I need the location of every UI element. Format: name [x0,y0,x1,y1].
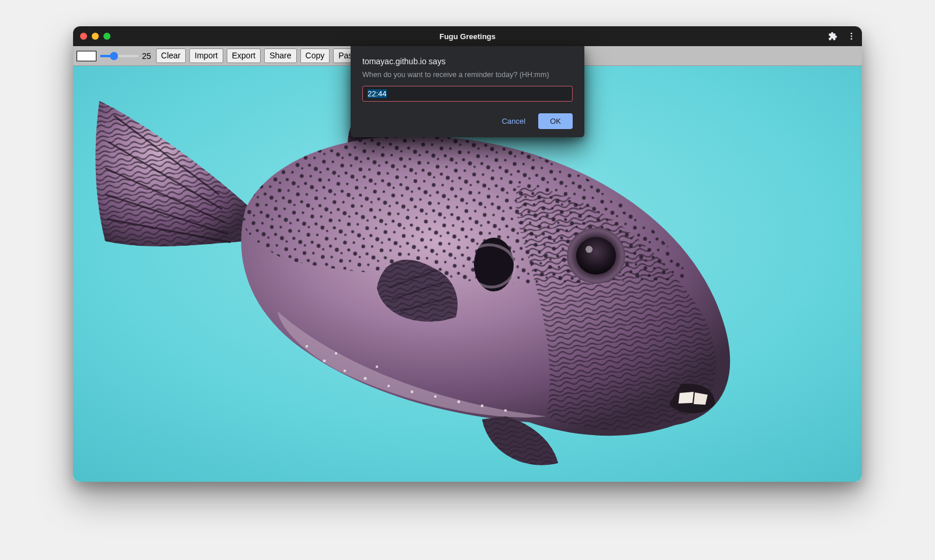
close-window-button[interactable] [80,33,87,40]
clear-button[interactable]: Clear [156,48,186,62]
svg-point-18 [363,377,366,380]
svg-point-24 [504,409,507,412]
export-button[interactable]: Export [227,48,261,62]
svg-point-26 [335,352,337,354]
svg-point-0 [851,33,853,34]
window-title: Fugu Greetings [439,32,496,41]
svg-point-19 [387,385,390,387]
color-picker-swatch[interactable] [77,51,96,61]
svg-point-2 [851,38,853,40]
title-bar: Fugu Greetings [73,26,862,46]
minimize-window-button[interactable] [92,33,99,40]
title-bar-right [828,32,856,41]
prompt-ok-button[interactable]: OK [538,113,573,129]
prompt-cancel-button[interactable]: Cancel [497,113,530,129]
svg-point-22 [458,401,460,404]
svg-point-16 [323,360,326,363]
prompt-message: When do you want to receive a reminder t… [362,71,573,79]
svg-point-27 [376,366,378,368]
brush-size-value: 25 [142,51,153,61]
extensions-icon[interactable] [828,32,837,41]
brush-size-control: 25 [100,51,153,61]
svg-point-29 [576,237,616,274]
traffic-lights [80,33,110,40]
svg-point-17 [344,370,347,373]
import-button[interactable]: Import [189,48,223,62]
kebab-menu-icon[interactable] [847,32,856,41]
svg-point-23 [481,405,484,408]
prompt-actions: Cancel OK [362,113,573,129]
share-button[interactable]: Share [264,48,296,62]
brush-size-slider[interactable] [100,55,138,57]
svg-point-21 [434,395,437,398]
copy-button[interactable]: Copy [300,48,330,62]
svg-point-20 [411,391,414,394]
app-window: Fugu Greetings 25 Clear Import Export Sh… [73,26,862,482]
svg-point-30 [586,246,593,253]
svg-point-25 [306,345,308,347]
svg-point-1 [851,36,853,37]
maximize-window-button[interactable] [103,33,110,40]
prompt-input[interactable] [362,86,573,102]
prompt-host-line: tomayac.github.io says [362,57,573,66]
js-prompt-dialog: tomayac.github.io says When do you want … [351,46,584,137]
